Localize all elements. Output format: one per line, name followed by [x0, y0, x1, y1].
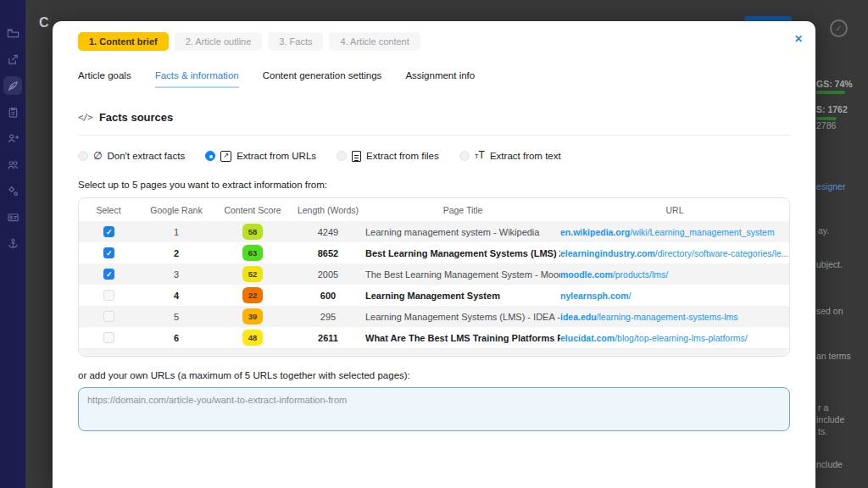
own-urls-input[interactable] [78, 387, 790, 431]
row-url-link[interactable]: elearningindustry.com/directory/software… [560, 248, 789, 258]
row-page-title: The Best Learning Management System - Mo… [365, 269, 560, 280]
background-text-fragment: an terms [816, 351, 851, 361]
row-page-title: What Are The Best LMS Training Platforms… [365, 333, 560, 343]
table-row[interactable]: 3 52 2005 The Best Learning Management S… [79, 263, 789, 285]
row-url-link[interactable]: moodle.com/products/lms/ [560, 269, 789, 280]
select-pages-label: Select up to 5 pages you want to extract… [78, 180, 790, 190]
tab-content-generation[interactable]: Content generation settings [263, 70, 382, 88]
row-url-link[interactable]: idea.edu/learning-management-systems-lms [560, 312, 789, 322]
row-rank: 1 [138, 227, 214, 237]
radio-extract-text[interactable]: TT Extract from text [459, 150, 561, 162]
background-text-fragment: ay. [818, 225, 829, 236]
table-row[interactable]: 2 63 8652 Best Learning Management Syste… [79, 242, 789, 263]
share-icon[interactable] [3, 50, 22, 69]
row-page-title: Learning Management System [365, 291, 560, 301]
folder-icon[interactable] [3, 24, 22, 42]
row-url-link[interactable]: elucidat.com/blog/top-elearning-lms-plat… [560, 333, 789, 343]
col-url: URL [560, 205, 789, 215]
app-sidebar [0, 0, 25, 488]
background-text-fragment: GS: 74% [816, 79, 853, 89]
radio-extract-urls[interactable]: ↗ Extract from URLs [205, 151, 316, 162]
row-rank: 2 [138, 248, 214, 258]
radio-dot[interactable] [337, 151, 347, 161]
row-page-title: Learning Management Systems (LMS) - IDEA… [365, 312, 560, 322]
row-checkbox[interactable] [103, 247, 114, 258]
col-score: Content Score [214, 205, 291, 215]
tab-facts-information[interactable]: Facts & information [155, 70, 239, 88]
row-rank: 5 [138, 312, 214, 322]
row-checkbox[interactable] [103, 290, 114, 301]
row-length: 295 [291, 312, 365, 322]
gears-icon[interactable] [3, 181, 22, 200]
table-row[interactable]: 4 22 600 Learning Management System nyle… [79, 285, 789, 306]
radio-label: Don't extract facts [107, 151, 185, 161]
radio-dot[interactable] [459, 151, 470, 161]
id-card-icon[interactable] [3, 208, 22, 226]
radio-label: Extract from text [490, 151, 561, 161]
row-checkbox[interactable] [103, 332, 114, 343]
content-score-badge: 63 [242, 245, 263, 261]
row-url-link[interactable]: en.wikipedia.org/wiki/Learning_managemen… [560, 227, 789, 237]
background-text-fragment: include [816, 414, 844, 424]
radio-dot[interactable] [205, 151, 215, 161]
step-content-brief[interactable]: 1. Content brief [78, 32, 169, 51]
content-score-badge: 52 [242, 266, 263, 282]
wizard-steps: 1. Content brief 2. Article outline 3. F… [78, 32, 790, 51]
row-length: 8652 [291, 248, 365, 258]
tab-assignment-info[interactable]: Assignment info [405, 70, 475, 88]
table-row[interactable]: 6 48 2611 What Are The Best LMS Training… [79, 327, 789, 348]
row-length: 600 [291, 291, 365, 301]
content-score-badge: 22 [242, 287, 263, 303]
background-text-fragment: 2786 [816, 120, 836, 130]
background-text-fragment: S: 1762 [816, 104, 848, 114]
row-checkbox[interactable] [103, 226, 114, 237]
user-share-icon[interactable] [3, 129, 22, 147]
content-brief-modal: 1. Content brief 2. Article outline 3. F… [53, 21, 815, 488]
divider [78, 135, 790, 136]
col-title: Page Title [365, 205, 560, 215]
pages-table: Select Google Rank Content Score Length … [78, 197, 790, 357]
users-icon[interactable] [3, 155, 22, 174]
row-checkbox[interactable] [103, 311, 114, 322]
row-page-title: Best Learning Management Systems (LMS) 2… [365, 248, 560, 258]
row-length: 2611 [291, 333, 365, 343]
feather-editor-icon[interactable] [3, 76, 22, 95]
content-score-badge: 39 [242, 308, 263, 324]
table-row[interactable]: 5 39 295 Learning Management Systems (LM… [79, 306, 789, 327]
radio-dont-extract[interactable]: ∅ Don't extract facts [78, 151, 185, 161]
screen: C ✓ GS: 74%S: 17622786esigneray.ubject.s… [0, 0, 868, 488]
step-facts[interactable]: 3. Facts [268, 32, 323, 51]
content-score-badge: 58 [242, 224, 263, 240]
content-score-badge: 48 [242, 330, 263, 346]
background-text-fragment: ubject. [816, 259, 843, 269]
col-length: Length (Words) [291, 205, 365, 215]
background-text-fragment: esigner [816, 181, 845, 191]
row-checkbox[interactable] [103, 269, 114, 280]
tab-article-goals[interactable]: Article goals [78, 70, 131, 88]
row-url-link[interactable]: nylearnsph.com/ [560, 291, 789, 301]
step-article-outline[interactable]: 2. Article outline [175, 32, 263, 51]
file-icon [352, 151, 361, 162]
radio-extract-files[interactable]: Extract from files [337, 151, 439, 162]
background-page-heading: C [39, 15, 49, 30]
step-article-content[interactable]: 4. Article content [329, 32, 420, 51]
clipboard-icon[interactable] [3, 103, 22, 121]
radio-label: Extract from files [366, 151, 439, 161]
anchor-icon[interactable] [3, 234, 22, 252]
background-progress-bar [816, 91, 845, 94]
row-rank: 6 [138, 333, 214, 343]
table-row[interactable]: 1 58 4249 Learning management system - W… [79, 221, 789, 242]
background-text-fragment: ts. [818, 426, 827, 436]
section-title: Facts sources [99, 111, 173, 124]
row-page-title: Learning management system - Wikipedia [365, 227, 560, 237]
table-partial-row [79, 348, 789, 356]
background-text-fragment: sed on [816, 306, 843, 316]
code-icon: </> [78, 112, 92, 123]
radio-label: Extract from URLs [236, 151, 316, 161]
close-icon[interactable]: ✕ [794, 34, 803, 44]
col-select: Select [79, 205, 138, 215]
radio-dot[interactable] [78, 151, 88, 161]
no-facts-icon: ∅ [93, 151, 102, 161]
background-text-fragment: nclude [816, 459, 843, 469]
background-text-fragment: r a [818, 402, 828, 413]
